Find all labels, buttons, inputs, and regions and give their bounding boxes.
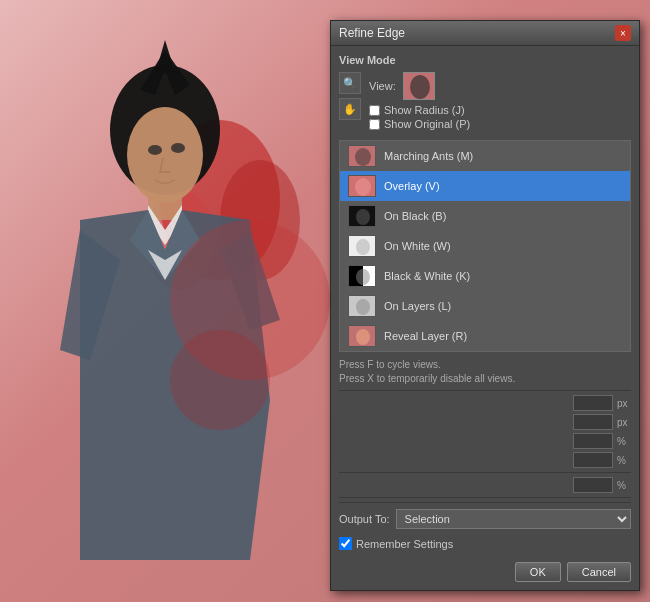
label-reveal-layer: Reveal Layer (R) [384,330,467,342]
label-black-white: Black & White (K) [384,270,470,282]
thumb-overlay [348,175,376,197]
dropdown-item-on-white[interactable]: On White (W) [340,231,630,261]
thumb-marching-ants [348,145,376,167]
view-mode-header: 🔍 ✋ View: Show Radius (J) [339,72,631,132]
label-on-white: On White (W) [384,240,451,252]
view-label: View: [369,80,397,92]
thumb-reveal-layer [348,325,376,347]
dropdown-item-marching-ants[interactable]: Marching Ants (M) [340,141,630,171]
radius-unit: px [617,398,631,409]
label-overlay: Overlay (V) [384,180,440,192]
shift-input[interactable] [573,477,613,493]
dialog-title: Refine Edge [339,26,405,40]
contrast-unit: % [617,455,631,466]
dropdown-item-overlay[interactable]: Overlay (V) [340,171,630,201]
show-original-label: Show Original (P) [384,118,470,130]
hint-text: Press F to cycle views. Press X to tempo… [339,358,631,386]
radius-input[interactable] [573,395,613,411]
label-on-black: On Black (B) [384,210,446,222]
feather-unit: % [617,436,631,447]
smooth-input[interactable] [573,414,613,430]
svg-point-19 [355,178,371,196]
tool-icons: 🔍 ✋ [339,72,361,120]
view-dropdown: Marching Ants (M) Overlay (V) On Black (… [339,140,631,352]
divider1 [339,390,631,391]
contrast-input[interactable] [573,452,613,468]
hint-line1: Press F to cycle views. [339,358,631,372]
hint-line2: Press X to temporarily disable all views… [339,372,631,386]
show-original-checkbox[interactable] [369,119,380,130]
dropdown-item-black-white[interactable]: Black & White (K) [340,261,630,291]
show-original-row: Show Original (P) [369,118,631,130]
input-row-radius: px [339,395,631,411]
show-radius-label: Show Radius (J) [384,104,465,116]
feather-input[interactable] [573,433,613,449]
svg-point-5 [127,107,203,203]
input-row-shift: % [339,477,631,493]
button-row: OK Cancel [339,558,631,582]
remember-settings-row: Remember Settings [339,537,631,550]
close-button[interactable]: × [615,25,631,41]
smooth-unit: px [617,417,631,428]
view-mode-section-title: View Mode [339,54,631,66]
ok-button[interactable]: OK [515,562,561,582]
svg-point-21 [356,209,370,225]
refine-edge-dialog: Refine Edge × View Mode 🔍 ✋ View: [330,20,640,591]
dropdown-item-reveal-layer[interactable]: Reveal Layer (R) [340,321,630,351]
input-row-feather: % [339,433,631,449]
svg-point-23 [356,239,370,255]
view-row: View: [369,72,631,100]
thumb-on-layers [348,295,376,317]
thumb-black-white [348,265,376,287]
input-row-contrast: % [339,452,631,468]
shift-unit: % [617,480,631,491]
divider3 [339,497,631,498]
svg-point-15 [410,75,430,99]
remember-settings-checkbox[interactable] [339,537,352,550]
svg-point-26 [356,269,370,285]
output-row: Output To: Selection Layer Mask New Laye… [339,502,631,533]
svg-point-17 [355,148,371,166]
label-on-layers: On Layers (L) [384,300,451,312]
output-select[interactable]: Selection Layer Mask New Layer New Layer… [396,509,631,529]
divider2 [339,472,631,473]
output-label: Output To: [339,513,390,525]
input-row-smooth: px [339,414,631,430]
view-thumbnail[interactable] [403,72,435,100]
view-mode-options: View: Show Radius (J) Show Original (P) [369,72,631,132]
thumb-on-white [348,235,376,257]
show-radius-row: Show Radius (J) [369,104,631,116]
dialog-body: View Mode 🔍 ✋ View: [331,46,639,590]
zoom-tool-icon[interactable]: 🔍 [339,72,361,94]
label-marching-ants: Marching Ants (M) [384,150,473,162]
svg-point-30 [356,329,370,345]
thumb-on-black [348,205,376,227]
dialog-titlebar: Refine Edge × [331,21,639,46]
svg-point-28 [356,299,370,315]
dropdown-item-on-black[interactable]: On Black (B) [340,201,630,231]
hand-tool-icon[interactable]: ✋ [339,98,361,120]
show-radius-checkbox[interactable] [369,105,380,116]
svg-point-10 [148,145,162,155]
svg-point-11 [171,143,185,153]
remember-settings-label: Remember Settings [356,538,453,550]
dropdown-item-on-layers[interactable]: On Layers (L) [340,291,630,321]
cancel-button[interactable]: Cancel [567,562,631,582]
svg-point-13 [170,330,270,430]
